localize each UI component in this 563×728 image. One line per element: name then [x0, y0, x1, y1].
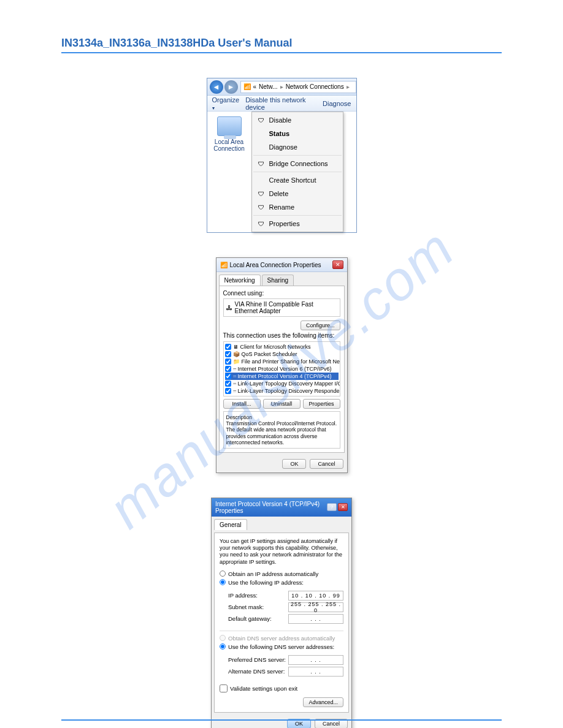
close-button[interactable]: ✕ [338, 503, 348, 511]
dialog-titlebar: 📶Local Area Connection Properties ✕ [216, 258, 347, 272]
ctx-disable[interactable]: 🛡Disable [253, 113, 342, 127]
breadcrumb-item[interactable]: Network Connections [286, 83, 344, 90]
breadcrumb-item[interactable]: Netw... [259, 83, 278, 90]
explorer-nav-bar: ◄ ► 📶 « Netw... ▸ Network Connections ▸ [207, 78, 356, 96]
ipv4-properties-dialog: Internet Protocol Version 4 (TCP/IPv4) P… [211, 498, 352, 728]
forward-button[interactable]: ► [224, 80, 238, 94]
network-adapter-icon [217, 116, 242, 136]
list-item[interactable]: ⎓Link-Layer Topology Discovery Responder [225, 387, 339, 395]
advanced-button[interactable]: Advanced... [303, 697, 343, 707]
radio-input[interactable] [220, 579, 226, 585]
ctx-properties[interactable]: 🛡Properties [253, 217, 342, 230]
item-checkbox[interactable] [225, 373, 231, 379]
item-checkbox[interactable] [225, 344, 231, 350]
close-button[interactable]: ✕ [332, 260, 343, 269]
context-menu: 🛡Disable Status Diagnose 🛡Bridge Connect… [251, 112, 343, 232]
tab-sharing[interactable]: Sharing [262, 275, 294, 286]
connect-using-label: Connect using: [223, 290, 340, 297]
intro-text: You can get IP settings assigned automat… [220, 538, 343, 566]
gateway-field[interactable]: . . . [288, 614, 343, 624]
ctx-shortcut[interactable]: Create Shortcut [253, 173, 342, 187]
chevron-right-icon: ▸ [280, 83, 283, 90]
page-title: IN3134a_IN3136a_IN3138HDa User's Manual [61, 37, 502, 53]
diagnose-button[interactable]: Diagnose [323, 100, 351, 107]
help-button[interactable]: ? [327, 503, 337, 511]
explorer-window: ◄ ► 📶 « Netw... ▸ Network Connections ▸ … [207, 78, 357, 233]
chevron-right-icon: ▸ [347, 83, 350, 90]
shield-icon: 🛡 [257, 116, 266, 124]
description-text: Transmission Control Protocol/Internet P… [226, 420, 337, 446]
organize-menu[interactable]: Organize [212, 96, 240, 111]
radio-input[interactable] [220, 643, 226, 650]
item-label: File and Printer Sharing for Microsoft N… [242, 358, 340, 365]
items-label: This connection uses the following items… [223, 332, 340, 339]
ctx-status[interactable]: Status [253, 127, 342, 140]
ctx-label: Create Shortcut [269, 176, 316, 184]
item-label: Internet Protocol Version 6 (TCP/IPv6) [238, 366, 332, 372]
ctx-label: Diagnose [269, 143, 297, 151]
cancel-button[interactable]: Cancel [310, 459, 343, 469]
adapter-icon: 🖧 [226, 305, 232, 311]
pref-dns-label: Preferred DNS server: [228, 656, 286, 663]
radio-input[interactable] [220, 571, 226, 577]
install-button[interactable]: Install... [223, 399, 261, 409]
qos-icon: 📦 [233, 351, 240, 357]
separator [220, 631, 343, 631]
pref-dns-field[interactable]: . . . [288, 655, 343, 665]
shield-icon: 🛡 [257, 189, 266, 198]
footer-separator [61, 719, 502, 721]
local-area-connection-item[interactable]: Local Area Connection [207, 112, 251, 232]
item-label: QoS Packet Scheduler [242, 351, 297, 357]
list-item[interactable]: ⎓Link-Layer Topology Discovery Mapper I/… [225, 380, 339, 387]
dialog-title: Internet Protocol Version 4 (TCP/IPv4) P… [215, 501, 327, 514]
validate-checkbox-row[interactable]: Validate settings upon exit [220, 684, 343, 692]
validate-checkbox[interactable] [220, 684, 228, 692]
list-item-selected[interactable]: ⎓Internet Protocol Version 4 (TCP/IPv4) [225, 373, 339, 380]
disable-device-button[interactable]: Disable this network device [245, 96, 316, 111]
ctx-diagnose[interactable]: Diagnose [253, 140, 342, 156]
dialog-titlebar: Internet Protocol Version 4 (TCP/IPv4) P… [212, 498, 351, 517]
ctx-label: Status [269, 130, 290, 137]
lac-label: Local Area [210, 138, 249, 145]
protocol-icon: ⎓ [233, 373, 236, 379]
item-checkbox[interactable] [225, 366, 231, 372]
list-item[interactable]: 📦QoS Packet Scheduler [225, 351, 339, 358]
lac-properties-dialog: 📶Local Area Connection Properties ✕ Netw… [216, 257, 348, 473]
alt-dns-field[interactable]: . . . [288, 667, 343, 677]
radio-label: Use the following IP address: [228, 579, 304, 586]
list-item[interactable]: ⎓Internet Protocol Version 6 (TCP/IPv6) [225, 365, 339, 373]
item-checkbox[interactable] [225, 351, 231, 357]
items-list[interactable]: 🖥Client for Microsoft Networks 📦QoS Pack… [223, 341, 340, 396]
item-checkbox[interactable] [225, 381, 231, 387]
subnet-label: Subnet mask: [228, 604, 264, 610]
tab-networking[interactable]: Networking [219, 275, 261, 286]
item-label: Link-Layer Topology Discovery Mapper I/O… [238, 381, 340, 387]
back-button[interactable]: ◄ [210, 80, 223, 94]
configure-button[interactable]: Configure... [301, 320, 340, 330]
ctx-delete[interactable]: 🛡Delete [253, 187, 342, 200]
breadcrumb[interactable]: 📶 « Netw... ▸ Network Connections ▸ [240, 81, 356, 93]
item-checkbox[interactable] [225, 388, 231, 394]
ctx-label: Properties [269, 220, 300, 227]
subnet-field[interactable]: 255 . 255 . 255 . 0 [288, 602, 343, 612]
tab-general[interactable]: General [214, 519, 247, 530]
ip-address-field[interactable]: 10 . 10 . 10 . 99 [288, 591, 343, 601]
ip-address-label: IP address: [228, 592, 258, 599]
ok-button[interactable]: OK [282, 459, 306, 469]
ctx-bridge[interactable]: 🛡Bridge Connections [253, 157, 342, 172]
shield-icon: 🛡 [257, 159, 266, 168]
radio-auto-ip[interactable]: Obtain an IP address automatically [220, 571, 343, 577]
radio-input [220, 635, 226, 641]
item-label: Client for Microsoft Networks [240, 344, 311, 350]
radio-use-dns[interactable]: Use the following DNS server addresses: [220, 643, 343, 650]
item-checkbox[interactable] [225, 358, 231, 365]
uninstall-button[interactable]: Uninstall [263, 399, 301, 409]
ctx-rename[interactable]: 🛡Rename [253, 200, 342, 216]
radio-use-ip[interactable]: Use the following IP address: [220, 579, 343, 586]
properties-button[interactable]: Properties [303, 399, 340, 409]
shield-icon: 🛡 [257, 203, 266, 211]
radio-label: Obtain an IP address automatically [228, 571, 318, 577]
list-item[interactable]: 🖥Client for Microsoft Networks [225, 343, 339, 351]
list-item[interactable]: 📁File and Printer Sharing for Microsoft … [225, 358, 339, 365]
client-icon: 🖥 [233, 344, 239, 350]
